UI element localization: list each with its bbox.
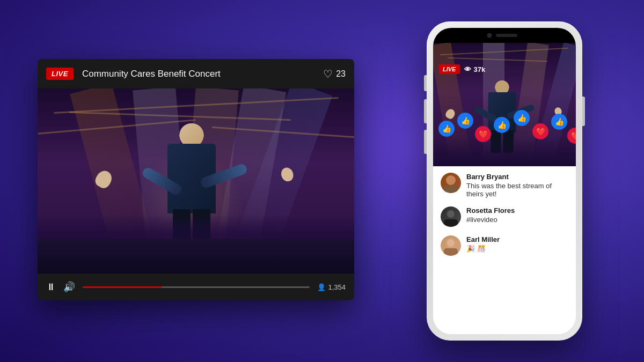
commenter-msg-rosetta: #livevideo xyxy=(466,216,568,224)
svg-rect-3 xyxy=(444,219,458,227)
phone-wrapper: LIVE 👁 37k 👍 👍 ❤️ 👍 👍 ❤️ 👍 ❤️ xyxy=(427,21,582,341)
phone-mute-button[interactable] xyxy=(424,75,427,91)
comment-row-1: Barry Bryant This was the best stream of… xyxy=(441,173,568,198)
phone-outer: LIVE 👁 37k 👍 👍 ❤️ 👍 👍 ❤️ 👍 ❤️ xyxy=(427,21,582,341)
truss-1 xyxy=(54,97,338,114)
phone-crowd xyxy=(433,137,576,166)
comment-text-barry: Barry Bryant This was the best stream of… xyxy=(466,173,568,198)
phone-performer-jacket xyxy=(488,92,516,132)
comment-row-3: Earl Miller 🎉 🎊 xyxy=(441,235,568,256)
commenter-msg-barry: This was the best stream of theirs yet! xyxy=(466,182,568,198)
phone-video: LIVE 👁 37k 👍 👍 ❤️ 👍 👍 ❤️ 👍 ❤️ xyxy=(433,43,576,166)
viewer-icon: 👤 xyxy=(317,283,326,291)
performer-jacket xyxy=(167,144,216,213)
comment-text-earl: Earl Miller 🎉 🎊 xyxy=(466,235,568,253)
commenter-name-barry: Barry Bryant xyxy=(466,173,568,181)
phone-screen: LIVE 👁 37k 👍 👍 ❤️ 👍 👍 ❤️ 👍 ❤️ xyxy=(433,28,576,334)
viewer-count-desktop: 👤 1,354 xyxy=(317,283,346,291)
phone-truss-1 xyxy=(440,48,568,56)
commenter-name-earl: Earl Miller xyxy=(466,235,568,243)
avatar-rosetta xyxy=(441,206,461,227)
video-title: Community Cares Benefit Concert xyxy=(82,69,314,79)
pause-button[interactable]: ⏸ xyxy=(46,282,56,293)
video-header: LIVE Community Cares Benefit Concert ♡ 2… xyxy=(38,59,354,88)
video-scene xyxy=(38,88,354,274)
svg-point-4 xyxy=(447,210,455,218)
heart-area: ♡ 23 xyxy=(323,68,346,80)
phone-volume-up-button[interactable] xyxy=(424,99,427,123)
phone-front-camera xyxy=(487,33,492,38)
phone-notch xyxy=(433,28,576,43)
commenter-name-rosetta: Rosetta Flores xyxy=(466,206,568,215)
svg-rect-1 xyxy=(444,186,458,193)
avatar-earl xyxy=(441,235,461,256)
phone-power-button[interactable] xyxy=(582,97,585,126)
phone-viewer-count: 👁 37k xyxy=(464,65,485,73)
phone-volume-down-button[interactable] xyxy=(424,130,427,154)
phone-truss-2 xyxy=(448,57,547,62)
heart-count: 23 xyxy=(336,69,346,79)
video-controls: ⏸ 🔊 👤 1,354 xyxy=(38,274,354,300)
phone-live-overlay: LIVE 👁 37k xyxy=(438,64,485,74)
heart-icon[interactable]: ♡ xyxy=(323,68,333,80)
eye-icon: 👁 xyxy=(464,65,471,73)
svg-rect-6 xyxy=(444,248,458,256)
truss-2 xyxy=(69,112,291,121)
comment-row-2: Rosetta Flores #livevideo xyxy=(441,206,568,227)
progress-bar-track[interactable] xyxy=(83,286,310,288)
commenter-msg-earl: 🎉 🎊 xyxy=(466,245,568,253)
stage-floor xyxy=(38,239,354,274)
avatar-barry xyxy=(441,173,461,193)
svg-point-7 xyxy=(447,239,455,247)
live-badge-desktop: LIVE xyxy=(46,68,74,80)
svg-point-0 xyxy=(446,175,456,185)
phone-speaker xyxy=(496,34,517,37)
comment-text-rosetta: Rosetta Flores #livevideo xyxy=(466,206,568,224)
volume-button[interactable]: 🔊 xyxy=(63,281,75,293)
desktop-video-player: LIVE Community Cares Benefit Concert ♡ 2… xyxy=(38,59,354,300)
live-badge-phone: LIVE xyxy=(438,64,460,74)
progress-bar-fill xyxy=(83,286,162,288)
phone-comments: Barry Bryant This was the best stream of… xyxy=(433,166,576,334)
